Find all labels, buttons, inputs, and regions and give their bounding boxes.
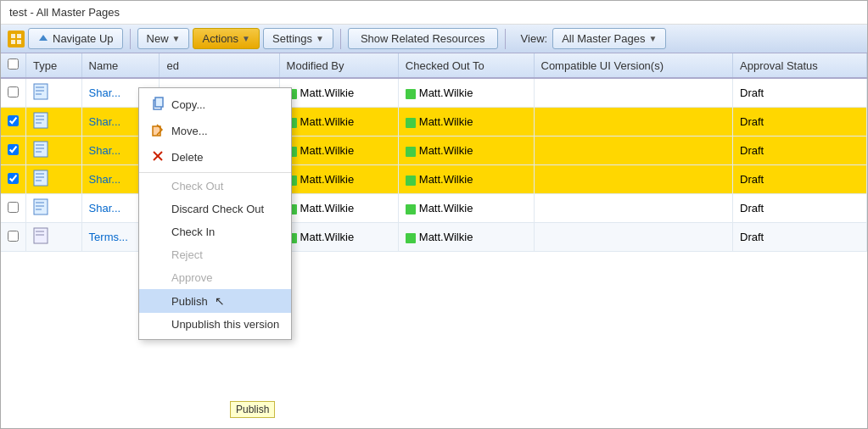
table-row: Shar...017 10:44 AMMatt.WilkieMatt.Wilki…: [1, 78, 867, 108]
presence-dot: [406, 176, 416, 186]
row-checkbox[interactable]: [8, 231, 19, 242]
menu-item-unpublish-label: Unpublish this version: [171, 318, 279, 331]
page-icon: [33, 148, 48, 160]
show-related-button[interactable]: Show Related Resources: [348, 28, 498, 49]
row-modified-by: Matt.Wilkie: [279, 194, 398, 223]
tooltip-text: Publish: [236, 404, 269, 415]
view-chevron-icon: ▼: [648, 34, 657, 43]
new-button[interactable]: New ▼: [137, 28, 190, 49]
row-type: [26, 136, 82, 165]
select-all-checkbox[interactable]: [8, 58, 19, 70]
menu-item-checkout: Check Out: [139, 175, 291, 198]
svg-rect-21: [36, 202, 44, 203]
cursor-indicator: ↖: [215, 294, 225, 308]
menu-item-approve-label: Approve: [171, 271, 212, 284]
row-modified-by: Matt.Wilkie: [279, 78, 398, 108]
delete-icon: [151, 149, 165, 165]
menu-item-unpublish[interactable]: Unpublish this version: [139, 313, 291, 336]
navigate-up-label: Navigate Up: [53, 32, 114, 45]
toolbar-separator-2: [340, 29, 341, 49]
app-icon: [8, 31, 25, 47]
col-header-checked-out: Checked Out To: [398, 53, 534, 78]
row-modified-by: Matt.Wilkie: [279, 165, 398, 194]
actions-button[interactable]: Actions ▼: [193, 28, 260, 49]
menu-item-copy[interactable]: Copy...: [139, 92, 291, 118]
svg-rect-6: [36, 90, 44, 92]
title-bar: test - All Master Pages: [1, 1, 867, 25]
menu-item-approve: Approve: [139, 266, 291, 289]
menu-item-publish[interactable]: Publish ↖: [139, 289, 291, 313]
view-value: All Master Pages: [562, 32, 645, 45]
presence-dot: [406, 118, 416, 128]
row-ui-versions: [534, 136, 733, 165]
table-row: Shar...017 10:44 AMMatt.WilkieMatt.Wilki…: [1, 194, 867, 223]
menu-separator: [139, 172, 291, 173]
svg-rect-22: [36, 205, 44, 207]
master-pages-table: Type Name ed Modified By Checked Out To …: [1, 53, 867, 252]
presence-dot: [406, 233, 416, 243]
menu-item-discard[interactable]: Discard Check Out: [139, 198, 291, 220]
row-checkbox[interactable]: [8, 173, 19, 184]
col-header-checkbox: [1, 53, 26, 78]
row-ui-versions: [534, 194, 733, 223]
navigate-up-button[interactable]: Navigate Up: [28, 28, 123, 49]
table-row: Shar...017 10:44 AMMatt.WilkieMatt.Wilki…: [1, 136, 867, 165]
row-checkbox[interactable]: [8, 86, 19, 98]
row-checked-out: Matt.Wilkie: [398, 194, 534, 223]
new-chevron-icon: ▼: [172, 34, 181, 43]
row-approval-status: Draft: [733, 108, 867, 136]
row-approval-status: Draft: [733, 165, 867, 194]
view-section: View: All Master Pages ▼: [521, 28, 667, 49]
row-checkbox[interactable]: [8, 144, 19, 155]
row-modified-by: Matt.Wilkie: [279, 223, 398, 252]
svg-rect-11: [36, 122, 42, 124]
publish-tooltip: Publish: [230, 401, 275, 418]
svg-rect-9: [36, 115, 44, 117]
row-modified-by: Matt.Wilkie: [279, 108, 398, 136]
document-icon: [33, 234, 48, 247]
svg-rect-28: [155, 98, 163, 107]
menu-item-checkout-label: Check Out: [171, 180, 223, 192]
menu-item-delete[interactable]: Delete: [139, 144, 291, 170]
row-ui-versions: [534, 78, 733, 108]
settings-button[interactable]: Settings ▼: [263, 28, 333, 49]
presence-dot: [406, 147, 416, 157]
menu-item-move[interactable]: Move...: [139, 118, 291, 144]
menu-item-copy-label: Copy...: [171, 98, 205, 111]
row-checkbox[interactable]: [8, 115, 19, 126]
svg-rect-23: [36, 209, 42, 210]
svg-rect-17: [36, 173, 44, 175]
row-approval-status: Draft: [733, 78, 867, 108]
svg-rect-1: [17, 34, 21, 38]
toolbar-separator-1: [130, 29, 131, 49]
table-row: Shar...017 10:44 AMMatt.WilkieMatt.Wilki…: [1, 165, 867, 194]
row-approval-status: Draft: [733, 194, 867, 223]
copy-icon: [151, 97, 165, 113]
col-header-type: Type: [26, 53, 82, 78]
presence-dot: [406, 204, 416, 214]
page-icon: [33, 205, 48, 218]
row-ui-versions: [534, 165, 733, 194]
toolbar-separator-3: [505, 29, 506, 49]
page-icon: [33, 119, 48, 131]
row-checked-out: Matt.Wilkie: [398, 136, 534, 165]
svg-rect-15: [36, 151, 42, 153]
view-dropdown-button[interactable]: All Master Pages ▼: [552, 28, 666, 49]
row-type: [26, 108, 82, 136]
row-checkbox[interactable]: [8, 202, 19, 213]
content-area: Type Name ed Modified By Checked Out To …: [1, 53, 867, 428]
svg-rect-7: [36, 93, 42, 95]
menu-item-delete-label: Delete: [171, 151, 204, 164]
page-icon: [33, 176, 48, 189]
menu-item-discard-label: Discard Check Out: [171, 203, 264, 215]
col-header-ui-version: Compatible UI Version(s): [534, 53, 733, 78]
menu-item-checkin[interactable]: Check In: [139, 220, 291, 243]
move-icon: [151, 123, 165, 139]
row-ui-versions: [534, 223, 733, 252]
settings-label: Settings: [272, 32, 312, 45]
menu-item-publish-label: Publish: [171, 295, 208, 308]
actions-dropdown-menu: Copy...Move...DeleteCheck OutDiscard Che…: [138, 87, 292, 340]
svg-rect-3: [17, 40, 21, 44]
page-icon: [33, 90, 48, 103]
settings-chevron-icon: ▼: [316, 34, 324, 43]
